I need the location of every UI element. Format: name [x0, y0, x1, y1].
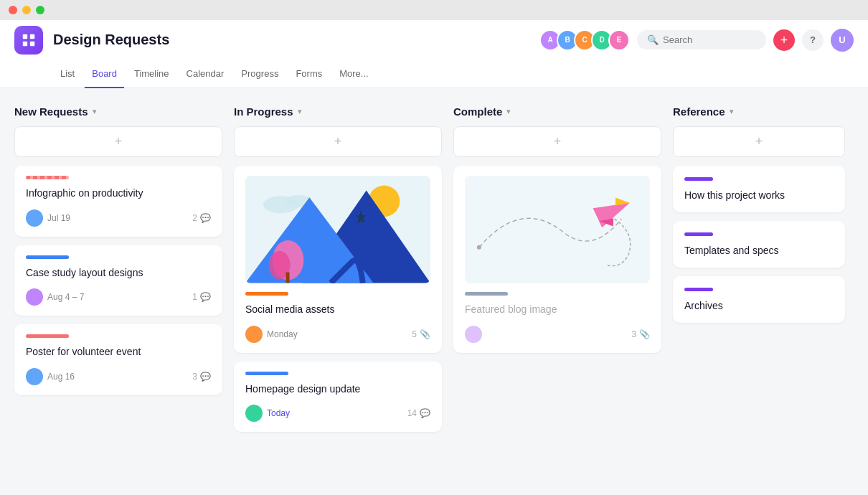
card-user-5: Today — [245, 405, 290, 422]
card-avatar-1 — [26, 209, 43, 227]
card-avatar-4 — [245, 326, 263, 343]
add-card-new-requests[interactable]: + — [14, 126, 222, 157]
svg-rect-1 — [30, 34, 34, 38]
column-in-progress: In Progress ▾ + — [234, 105, 442, 478]
window-chrome — [0, 0, 868, 20]
add-button[interactable]: + — [773, 29, 795, 51]
card-poster[interactable]: Poster for volunteer event Aug 16 3 💬 — [14, 324, 222, 395]
help-button[interactable]: ? — [802, 29, 824, 51]
ref-tag-2 — [684, 232, 713, 236]
column-reference: Reference ▾ + How this project works Tem… — [673, 105, 845, 478]
search-input[interactable] — [663, 34, 756, 45]
card-infographic[interactable]: Infographic on productivity Jul 19 2 💬 — [14, 166, 222, 237]
svg-rect-0 — [23, 34, 27, 38]
card-meta-5: 14 💬 — [407, 408, 430, 418]
card-footer-5: Today 14 💬 — [245, 405, 430, 422]
card-title-3: Poster for volunteer event — [26, 345, 211, 359]
close-button[interactable] — [9, 6, 17, 14]
add-card-complete[interactable]: + — [453, 126, 661, 157]
search-bar[interactable]: 🔍 — [637, 30, 766, 50]
chevron-down-icon: ▾ — [93, 107, 97, 116]
grid-icon — [21, 32, 37, 48]
column-header-complete: Complete ▾ — [453, 105, 661, 118]
ref-title-3: Archives — [684, 300, 834, 311]
attachment-icon-4: 📎 — [420, 329, 430, 339]
column-complete: Complete ▾ + — [453, 105, 661, 478]
avatar-5[interactable]: E — [608, 29, 630, 51]
svg-rect-2 — [23, 41, 27, 45]
tab-forms[interactable]: Forms — [288, 60, 329, 88]
card-homepage[interactable]: Homepage design update Today 14 💬 — [234, 362, 442, 433]
chevron-down-icon-3: ▾ — [506, 107, 511, 116]
tab-progress[interactable]: Progress — [234, 60, 286, 88]
tab-more[interactable]: More... — [332, 60, 375, 88]
svg-rect-14 — [465, 176, 650, 283]
card-meta-2: 1 💬 — [192, 292, 211, 302]
card-date-5: Today — [267, 408, 290, 418]
column-title-in-progress: In Progress — [234, 105, 293, 118]
card-image-mountain — [245, 176, 430, 283]
card-tag-4 — [245, 292, 288, 296]
svg-rect-13 — [286, 273, 290, 283]
tab-timeline[interactable]: Timeline — [127, 60, 176, 88]
card-image-plane — [465, 176, 650, 283]
mountain-svg — [245, 176, 430, 283]
comment-icon-3: 💬 — [200, 372, 211, 382]
comment-count-3: 3 — [192, 372, 197, 382]
card-title-6: Featured blog image — [465, 303, 650, 317]
comment-count-2: 1 — [192, 292, 197, 302]
ref-title-1: How this project works — [684, 189, 834, 201]
comment-icon-2: 💬 — [200, 292, 211, 302]
ref-card-archives[interactable]: Archives — [673, 276, 845, 323]
card-footer-2: Aug 4 – 7 1 💬 — [26, 288, 211, 306]
column-title-complete: Complete — [453, 105, 502, 118]
topbar-top: Design Requests A B C D E 🔍 + ? U — [14, 20, 854, 60]
ref-tag-1 — [684, 177, 713, 181]
ref-title-2: Templates and specs — [684, 245, 834, 256]
card-avatar-3 — [26, 368, 43, 385]
tab-list[interactable]: List — [53, 60, 82, 88]
card-case-study[interactable]: Case study layout designs Aug 4 – 7 1 💬 — [14, 245, 222, 316]
ref-tag-3 — [684, 288, 713, 291]
chevron-down-icon-2: ▾ — [298, 107, 302, 116]
card-user-6 — [465, 326, 482, 343]
column-title-reference: Reference — [673, 105, 725, 118]
attachment-count-6: 3 — [631, 329, 636, 339]
card-blog-image[interactable]: Featured blog image 3 📎 — [453, 166, 661, 353]
card-tag-2 — [26, 255, 69, 259]
minimize-button[interactable] — [22, 6, 31, 14]
comment-icon-1: 💬 — [200, 213, 211, 223]
topbar-nav: List Board Timeline Calendar Progress Fo… — [14, 60, 854, 88]
card-date-4: Monday — [267, 329, 298, 339]
ref-card-templates[interactable]: Templates and specs — [673, 221, 845, 268]
tab-board[interactable]: Board — [85, 60, 124, 88]
card-title-1: Infographic on productivity — [26, 187, 211, 201]
team-avatars[interactable]: A B C D E — [539, 29, 630, 51]
board: New Requests ▾ + Infographic on producti… — [0, 88, 868, 495]
card-user-2: Aug 4 – 7 — [26, 288, 84, 306]
card-meta-1: 2 💬 — [192, 213, 211, 223]
app-icon[interactable] — [14, 26, 43, 55]
topbar: Design Requests A B C D E 🔍 + ? U List B… — [0, 20, 868, 88]
project-title: Design Requests — [53, 32, 529, 48]
user-avatar[interactable]: U — [831, 29, 854, 52]
card-avatar-6 — [465, 326, 482, 343]
tab-calendar[interactable]: Calendar — [179, 60, 232, 88]
column-title-new-requests: New Requests — [14, 105, 88, 118]
card-date-2: Aug 4 – 7 — [47, 292, 84, 302]
column-header-in-progress: In Progress ▾ — [234, 105, 442, 118]
card-tag-5 — [245, 372, 288, 375]
card-social-media[interactable]: Social media assets Monday 5 📎 — [234, 166, 442, 353]
maximize-button[interactable] — [36, 6, 44, 14]
card-title-4: Social media assets — [245, 303, 430, 317]
card-footer-4: Monday 5 📎 — [245, 326, 430, 343]
card-footer-6: 3 📎 — [465, 326, 650, 343]
comment-count-5: 14 — [407, 408, 417, 418]
comment-icon-5: 💬 — [420, 408, 430, 418]
card-meta-4: 5 📎 — [412, 329, 430, 339]
add-card-reference[interactable]: + — [673, 126, 845, 157]
card-tag-3 — [26, 334, 69, 338]
plane-svg — [465, 176, 650, 283]
ref-card-how-works[interactable]: How this project works — [673, 166, 845, 212]
add-card-in-progress[interactable]: + — [234, 126, 442, 157]
